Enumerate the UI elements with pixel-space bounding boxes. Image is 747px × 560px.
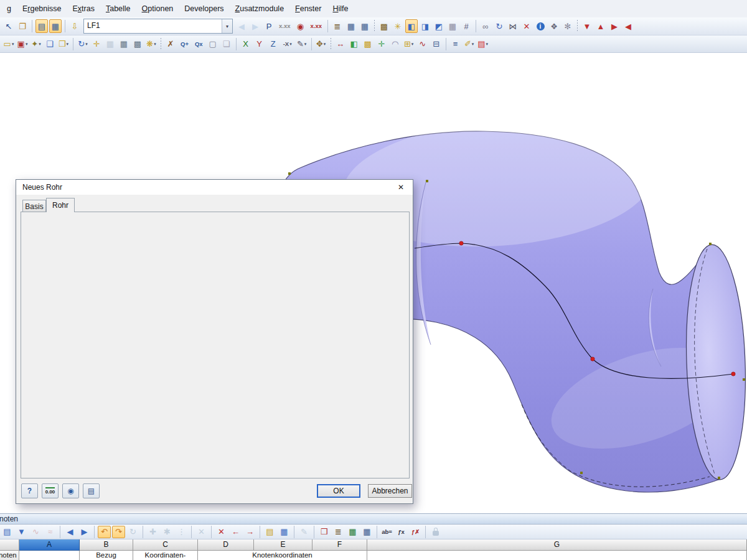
insert-row-button[interactable]: ▤ <box>1 526 14 538</box>
generate-nodes-button[interactable]: ❋▾ <box>145 37 157 51</box>
fe-mesh-button[interactable]: ▩ <box>378 19 390 33</box>
table-view-button[interactable]: ▦ <box>278 526 291 538</box>
mesh-refinement-button[interactable]: ▦ <box>104 37 116 51</box>
go-right-button[interactable]: ▶ <box>78 526 91 538</box>
new-solid-button[interactable]: ❒▾ <box>57 37 70 51</box>
next-load-case-button[interactable]: ▶ <box>249 19 261 33</box>
result-curve-button[interactable]: ≈ <box>44 526 57 538</box>
insert-above-button[interactable]: ▲ <box>594 19 607 33</box>
new-surface-button[interactable]: ❑ <box>44 37 56 51</box>
ok-button[interactable]: OK <box>317 484 360 498</box>
rotate-view-button[interactable]: ↻ <box>493 19 505 33</box>
edit-rotate-button[interactable]: ↻▾ <box>77 37 89 51</box>
split-table-button[interactable]: ⊟ <box>430 37 443 51</box>
close-icon[interactable]: ✕ <box>392 181 410 193</box>
add-row-button[interactable]: ✚ <box>146 526 159 538</box>
corner-cell[interactable] <box>0 539 19 551</box>
column-header-f[interactable]: F <box>312 539 367 551</box>
lock-button[interactable] <box>429 526 442 538</box>
formula-button[interactable]: ƒx <box>395 526 408 538</box>
column-header-a[interactable]: A <box>19 539 80 551</box>
partial-views-button[interactable]: ⊞▾ <box>403 37 415 51</box>
menu-hilfe[interactable]: Hilfe <box>327 2 354 16</box>
delete-row-button[interactable]: ✕ <box>215 526 228 538</box>
options-button[interactable]: ❖ <box>548 19 560 33</box>
calculator-button[interactable]: ▦ <box>360 526 374 538</box>
result-diagram-button[interactable]: ∿ <box>29 526 42 538</box>
load-transfer-button[interactable]: ▶ <box>608 19 621 33</box>
delete-objects-button[interactable]: ✕ <box>520 19 533 33</box>
show-load-values-button[interactable]: x.xx <box>276 19 293 33</box>
view-y-button[interactable]: Y <box>253 37 266 51</box>
table-color-button[interactable]: ▤ <box>263 526 276 538</box>
mark-button[interactable]: ✱ <box>161 526 174 538</box>
insert-below-button[interactable]: ▼ <box>581 19 593 33</box>
menu-optionen[interactable]: Optionen <box>136 2 179 16</box>
zoom-out-button[interactable]: Qx <box>192 37 205 51</box>
delete-column-left-button[interactable]: ← <box>229 526 242 538</box>
undo-button[interactable]: ↶ <box>98 526 111 538</box>
smooth-results-button[interactable]: ◠ <box>389 37 402 51</box>
navigator-button[interactable]: ≡ <box>449 37 462 51</box>
table-settings-button[interactable]: ≣ <box>332 526 345 538</box>
go-left-button[interactable]: ◀ <box>63 526 77 538</box>
delete-column-right-button[interactable]: → <box>243 526 256 538</box>
load-transfer-back-button[interactable]: ◀ <box>622 19 634 33</box>
tab-rohr[interactable]: Rohr <box>46 198 75 212</box>
mirror-button[interactable]: ⋈ <box>507 19 519 33</box>
display-properties-2-button[interactable]: ▦ <box>359 19 371 33</box>
color-scale-button[interactable]: ▤▾ <box>477 37 489 51</box>
view-minus-x-button[interactable]: -X▾ <box>281 37 294 51</box>
column-header-d[interactable]: D <box>198 539 254 551</box>
refresh-button[interactable]: ↻ <box>126 526 139 538</box>
surface-results-button[interactable]: ◧ <box>348 37 360 51</box>
rename-button[interactable]: ab= <box>380 526 393 538</box>
work-plane-xz-button[interactable]: ◩ <box>433 19 445 33</box>
import-sheet-button[interactable]: ❒ <box>317 526 331 538</box>
display-properties-button[interactable]: ▦ <box>345 19 357 33</box>
view-x-button[interactable]: X <box>240 37 252 51</box>
snap-button[interactable]: # <box>460 19 472 33</box>
generate-loads-button[interactable]: ⇩ <box>68 19 81 33</box>
load-case-combobox[interactable]: LF1 ▾ <box>83 19 233 34</box>
clear-filter-button[interactable]: ✕ <box>195 526 208 538</box>
section-button[interactable]: ∿ <box>416 37 429 51</box>
move-copy-button[interactable]: ✛ <box>90 37 103 51</box>
column-header-b[interactable]: B <box>80 539 133 551</box>
new-window-button[interactable]: ❐ <box>16 19 29 33</box>
redo-button[interactable]: ↷ <box>112 526 125 538</box>
combo-dropdown-icon[interactable]: ▾ <box>222 19 232 33</box>
table-panel-title-bar[interactable]: Knoten <box>0 513 747 525</box>
connect-lines-button[interactable]: ∞ <box>479 19 492 33</box>
menu-fenster[interactable]: Fenster <box>289 2 327 16</box>
insert-row-below-button[interactable]: ▼ <box>15 526 28 538</box>
subheader-g[interactable] <box>367 551 747 560</box>
cancel-button[interactable]: Abbrechen <box>368 484 412 498</box>
mesh-refinement-2-button[interactable]: ▦ <box>118 37 130 51</box>
help-button[interactable]: ? <box>21 483 38 498</box>
clipping-box-button[interactable]: ✗ <box>164 37 177 51</box>
mesh-solid-button[interactable]: ▩ <box>131 37 144 51</box>
apply-to-table-button[interactable]: ▤ <box>83 483 100 498</box>
rendering-button[interactable]: ≣ <box>331 19 344 33</box>
previous-load-case-button[interactable]: ◀ <box>235 19 248 33</box>
column-header-e[interactable]: E <box>254 539 312 551</box>
move-pattern-button[interactable]: ✛ <box>375 37 388 51</box>
column-header-g[interactable]: G <box>367 539 747 551</box>
menu-zusatzmodule[interactable]: Zusatzmodule <box>230 2 290 16</box>
subheader-knotenkoordinaten[interactable]: Knotenkoordinaten <box>198 551 367 560</box>
units-button[interactable]: 0.00 <box>42 483 59 498</box>
solid-results-button[interactable]: ▩ <box>362 37 374 51</box>
pan-view-button[interactable]: ✥▾ <box>315 37 327 51</box>
fe-mesh-settings-button[interactable]: ✳ <box>392 19 404 33</box>
menu-berechnung-partial[interactable]: g <box>1 2 17 16</box>
edit-comment-button[interactable]: ✎ <box>298 526 311 538</box>
delete-formula-button[interactable]: ƒ✗ <box>409 526 422 538</box>
subheader-bezug[interactable]: Bezug <box>80 551 133 560</box>
work-plane-xy-button[interactable]: ◧ <box>405 19 418 33</box>
show-results-button[interactable]: ◉ <box>294 19 307 33</box>
menu-tabelle[interactable]: Tabelle <box>100 2 136 16</box>
show-panel-button[interactable]: ▦ <box>49 19 62 33</box>
view-cube-2-button[interactable]: ❏ <box>220 37 233 51</box>
grid-button[interactable]: ▦ <box>446 19 459 33</box>
